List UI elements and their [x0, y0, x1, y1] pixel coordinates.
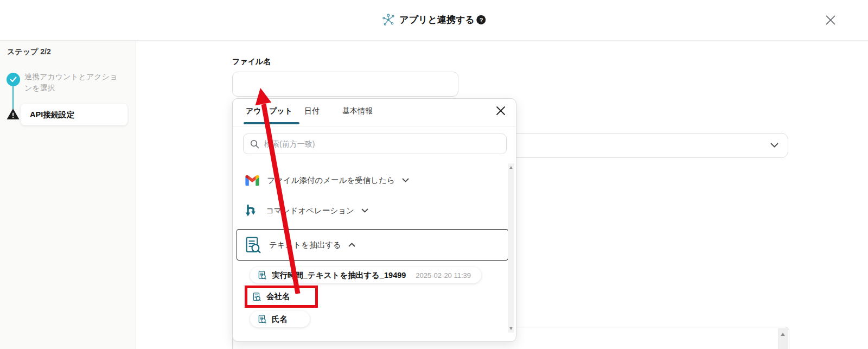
- command-operation-icon: [245, 204, 259, 218]
- chevron-down-icon: [361, 208, 368, 213]
- app-integration-modal: アプリと連携する ? ステップ 2/2 連携アカウントとアクションを選択 API…: [0, 0, 868, 349]
- active-tab-underline: [244, 122, 299, 124]
- file-name-label: ファイル名: [232, 57, 271, 67]
- scroll-down-arrow-icon: [509, 327, 513, 330]
- close-icon[interactable]: [825, 14, 837, 26]
- chevron-down-icon: [402, 178, 409, 182]
- output-item-timestamp: 2025-02-20 11:39: [416, 271, 471, 280]
- search-box: [243, 134, 507, 154]
- gmail-icon: [245, 175, 260, 186]
- output-item-label: 実行時間_テキストを抽出する_19499: [272, 270, 406, 281]
- group-label: コマンドオペレーション: [266, 206, 354, 216]
- tabs-divider: [233, 126, 516, 126]
- chevron-down-icon: [770, 143, 778, 148]
- extract-text-icon: [257, 270, 267, 280]
- tab-basic-info[interactable]: 基本情報: [342, 106, 373, 116]
- step-counter: ステップ 2/2: [7, 47, 51, 57]
- tab-output[interactable]: アウトプット: [246, 106, 292, 116]
- page-title-text: アプリと連携する: [399, 14, 474, 26]
- group-label: テキストを抽出する: [269, 240, 341, 250]
- group-label: ファイル添付のメールを受信したら: [267, 175, 395, 186]
- extract-text-icon: [257, 314, 267, 324]
- search-input[interactable]: [264, 139, 500, 148]
- page-title: アプリと連携する ?: [382, 14, 486, 26]
- popup-scrollbar[interactable]: [508, 163, 514, 333]
- help-icon[interactable]: ?: [477, 15, 486, 24]
- popup-close-icon[interactable]: [495, 105, 506, 116]
- group-extract-text[interactable]: テキストを抽出する: [237, 229, 508, 261]
- output-item-company-name[interactable]: 会社名: [245, 285, 318, 308]
- output-item-label: 氏名: [272, 314, 288, 325]
- modal-header: アプリと連携する ?: [0, 0, 868, 41]
- scroll-up-arrow-icon: [509, 166, 513, 169]
- tab-date[interactable]: 日付: [304, 106, 320, 116]
- sidebar-item-select-account-action[interactable]: 連携アカウントとアクションを選択: [24, 71, 122, 94]
- output-item-run-time[interactable]: 実行時間_テキストを抽出する_19499 2025-02-20 11:39: [250, 267, 481, 283]
- extract-text-icon: [252, 292, 261, 302]
- search-icon: [250, 139, 259, 149]
- group-gmail-trigger[interactable]: ファイル添付のメールを受信したら: [245, 172, 409, 188]
- warning-icon: [6, 107, 20, 120]
- output-item-label: 会社名: [266, 291, 290, 302]
- app-network-icon: [382, 14, 394, 26]
- step-done-icon: [7, 73, 20, 86]
- output-item-person-name[interactable]: 氏名: [250, 311, 310, 327]
- chevron-up-icon: [348, 243, 355, 247]
- group-command-operation[interactable]: コマンドオペレーション: [245, 202, 368, 219]
- step-connector-line: [12, 86, 14, 109]
- steps-sidebar: ステップ 2/2 連携アカウントとアクションを選択 API接続設定: [0, 41, 136, 349]
- textarea-scrollbar[interactable]: [778, 328, 788, 349]
- scroll-up-arrow-icon: [781, 333, 785, 336]
- extract-text-icon: [243, 236, 262, 255]
- sidebar-item-api-settings[interactable]: API接続設定: [21, 104, 127, 125]
- file-name-input[interactable]: [232, 72, 458, 97]
- sidebar-item-label: API接続設定: [30, 110, 74, 120]
- output-picker-popup: アウトプット 日付 基本情報: [232, 98, 516, 342]
